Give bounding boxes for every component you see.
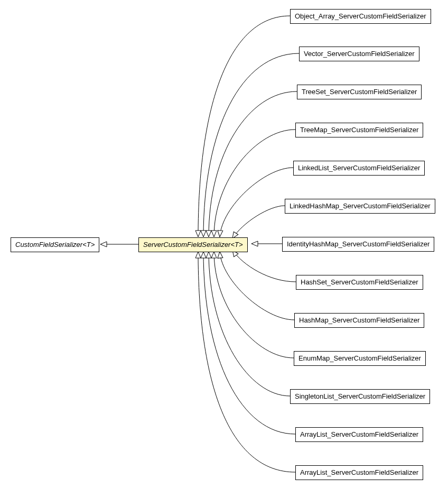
edge-sub-0: [198, 16, 290, 237]
node-linkedlist-servercustomfieldserializer[interactable]: LinkedList_ServerCustomFieldSerializer: [293, 161, 425, 176]
node-hashmap-servercustomfieldserializer[interactable]: HashMap_ServerCustomFieldSerializer: [294, 313, 424, 328]
node-enummap-servercustomfieldserializer[interactable]: EnumMap_ServerCustomFieldSerializer: [294, 351, 426, 366]
edge-sub-4: [220, 168, 293, 237]
node-treemap-servercustomfieldserializer[interactable]: TreeMap_ServerCustomFieldSerializer: [295, 123, 423, 137]
node-label: HashMap_ServerCustomFieldSerializer: [299, 316, 419, 324]
node-label: CustomFieldSerializer<T>: [15, 241, 95, 248]
node-label: ArrayList_ServerCustomFieldSerializer: [300, 468, 418, 476]
edge-sub-7: [232, 250, 296, 282]
edge-sub-10: [209, 252, 290, 396]
edge-sub-2: [209, 91, 297, 237]
edge-sub-8: [220, 252, 294, 320]
edge-sub-11: [203, 252, 295, 434]
node-label: LinkedHashMap_ServerCustomFieldSerialize…: [290, 202, 431, 210]
edge-sub-9: [214, 252, 294, 358]
node-label: EnumMap_ServerCustomFieldSerializer: [298, 354, 421, 362]
node-singletonlist-servercustomfieldserializer[interactable]: SingletonList_ServerCustomFieldSerialize…: [290, 389, 430, 404]
node-label: TreeMap_ServerCustomFieldSerializer: [300, 126, 418, 134]
node-label: LinkedList_ServerCustomFieldSerializer: [298, 164, 420, 172]
edge-sub-5: [232, 206, 285, 238]
node-hashset-servercustomfieldserializer[interactable]: HashSet_ServerCustomFieldSerializer: [296, 275, 423, 290]
node-customfieldserializer[interactable]: CustomFieldSerializer<T>: [11, 237, 99, 252]
node-vector-servercustomfieldserializer[interactable]: Vector_ServerCustomFieldSerializer: [299, 47, 419, 61]
node-label: IdentityHashMap_ServerCustomFieldSeriali…: [287, 240, 430, 248]
node-label: SingletonList_ServerCustomFieldSerialize…: [295, 392, 425, 400]
node-arraylist-servercustomfieldserializer-1[interactable]: ArrayList_ServerCustomFieldSerializer: [295, 427, 423, 442]
node-label: HashSet_ServerCustomFieldSerializer: [301, 278, 418, 286]
node-linkedhashmap-servercustomfieldserializer[interactable]: LinkedHashMap_ServerCustomFieldSerialize…: [285, 199, 435, 214]
node-label: ArrayList_ServerCustomFieldSerializer: [300, 430, 418, 438]
node-treeset-servercustomfieldserializer[interactable]: TreeSet_ServerCustomFieldSerializer: [297, 85, 422, 99]
node-arraylist-servercustomfieldserializer-2[interactable]: ArrayList_ServerCustomFieldSerializer: [295, 465, 423, 480]
node-servercustomfieldserializer[interactable]: ServerCustomFieldSerializer<T>: [138, 237, 248, 252]
node-label: Vector_ServerCustomFieldSerializer: [304, 50, 415, 58]
edge-sub-12: [198, 252, 295, 472]
node-label: Object_Array_ServerCustomFieldSerializer: [295, 12, 426, 20]
inheritance-diagram: CustomFieldSerializer<T> ServerCustomFie…: [0, 0, 448, 488]
node-identityhashmap-servercustomfieldserializer[interactable]: IdentityHashMap_ServerCustomFieldSeriali…: [282, 237, 434, 252]
node-object-array-servercustomfieldserializer[interactable]: Object_Array_ServerCustomFieldSerializer: [290, 9, 431, 24]
node-label: ServerCustomFieldSerializer<T>: [143, 241, 243, 248]
edge-sub-3: [214, 130, 295, 237]
node-label: TreeSet_ServerCustomFieldSerializer: [302, 88, 417, 96]
